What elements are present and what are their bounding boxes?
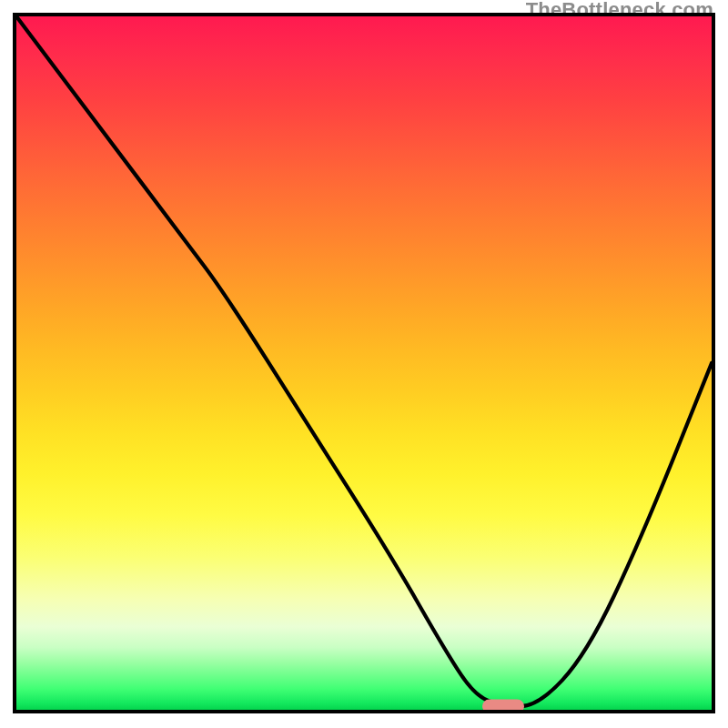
plot-area [13,13,715,713]
bottleneck-curve [16,16,712,710]
chart-container: TheBottleneck.com [0,0,728,728]
optimum-marker [482,700,524,713]
